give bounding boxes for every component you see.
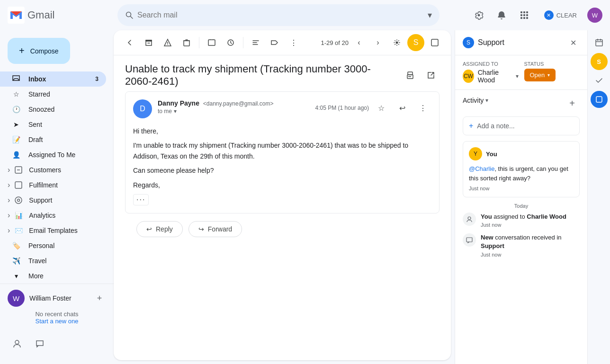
- rail-crm-btn[interactable]: [591, 91, 608, 108]
- sidebar-item-travel[interactable]: ✈️ Travel: [0, 253, 106, 268]
- panel-row: Assigned to CW Charlie Wood ▾ Status Ope…: [463, 61, 580, 84]
- more-email-button[interactable]: ⋮: [414, 99, 431, 116]
- user-row[interactable]: W William Foster +: [8, 290, 106, 307]
- rail-tasks-btn[interactable]: [591, 72, 608, 89]
- status-button[interactable]: Open ▾: [524, 69, 556, 81]
- svg-rect-7: [523, 14, 525, 16]
- travel-label: Travel: [28, 257, 46, 265]
- sidebar-item-analytics[interactable]: › 📊 Analytics: [0, 208, 106, 223]
- archive-button[interactable]: [140, 34, 157, 51]
- user-avatar[interactable]: W: [587, 8, 602, 23]
- reply-button[interactable]: ↩ Reply: [136, 221, 183, 237]
- user-name: William Foster: [29, 294, 72, 302]
- chat-icon-btn[interactable]: [30, 334, 49, 353]
- open-new-window-button[interactable]: [422, 67, 440, 84]
- expand-icon-4: ›: [8, 211, 10, 220]
- svg-rect-4: [523, 11, 525, 13]
- search-input[interactable]: [137, 11, 424, 19]
- email-toolbar: ⋮ 1-29 of 20 ‹ › S: [114, 30, 451, 55]
- svg-rect-6: [520, 14, 522, 16]
- print-button[interactable]: [402, 67, 419, 84]
- report-button[interactable]: [159, 34, 176, 51]
- email-header: D Danny Payne <danny.payne@gmail.com> to…: [126, 92, 439, 126]
- analytics-icon: 📊: [14, 211, 23, 220]
- note-time: Just now: [469, 186, 574, 191]
- gmail-logo: Gmail: [8, 7, 112, 24]
- sent-icon: ➤: [11, 120, 21, 129]
- customers-icon: [14, 165, 23, 175]
- inbox-badge: 3: [95, 76, 99, 82]
- fulfilment-label: Fulfilment: [29, 181, 58, 189]
- compose-button[interactable]: + Compose: [8, 38, 70, 64]
- forward-button[interactable]: ↪ Forward: [188, 221, 242, 237]
- sidebar-item-inbox[interactable]: Inbox 3: [0, 71, 106, 87]
- activity-header[interactable]: Activity ▾: [463, 97, 488, 104]
- user-sidebar-avatar: W: [8, 290, 25, 307]
- svg-rect-10: [523, 17, 525, 19]
- label-button[interactable]: [266, 34, 283, 51]
- sidebar-item-snoozed[interactable]: 🕐 Snoozed: [0, 102, 106, 117]
- svg-point-17: [15, 340, 19, 344]
- apps-button[interactable]: [515, 6, 534, 25]
- status-label: Status: [524, 61, 580, 67]
- panel-settings-button[interactable]: [388, 34, 405, 51]
- start-new-link[interactable]: Start a new one: [8, 318, 106, 325]
- search-dropdown-icon[interactable]: ▾: [428, 10, 432, 20]
- assigned-user[interactable]: CW Charlie Wood ▾: [463, 69, 519, 84]
- side-panel: S Support ✕ Assigned to CW Charlie Wood …: [455, 30, 587, 364]
- sidebar-item-email-templates[interactable]: › ✉️ Email Templates: [0, 223, 106, 238]
- sender-avatar: D: [133, 99, 152, 118]
- panel-assign-section: Assigned to CW Charlie Wood ▾ Status Ope…: [455, 55, 587, 90]
- next-email-button[interactable]: ›: [369, 34, 386, 51]
- snoozed-label: Snoozed: [28, 106, 54, 113]
- move-button[interactable]: [203, 34, 220, 51]
- svg-rect-32: [596, 40, 602, 46]
- support-badge-btn[interactable]: S: [407, 34, 424, 51]
- sidebar: + Compose Inbox 3 ☆ Starred 🕐 Snoozed ➤ …: [0, 30, 114, 364]
- rail-calendar-btn[interactable]: [591, 34, 608, 51]
- sidebar-item-support[interactable]: › Support: [0, 193, 106, 208]
- search-bar[interactable]: ▾: [117, 4, 440, 26]
- rail-support-btn[interactable]: S: [591, 53, 608, 70]
- sidebar-item-customers[interactable]: › Customers: [0, 162, 106, 178]
- email-templates-label: Email Templates: [29, 227, 77, 234]
- activity-item-0-text: You assigned to Charlie Wood: [481, 213, 580, 221]
- to-dropdown-icon[interactable]: ▾: [174, 108, 177, 115]
- clear-icon: ✕: [544, 10, 554, 20]
- body-hi: Hi there,: [133, 126, 431, 136]
- sidebar-item-personal[interactable]: 🏷️ Personal: [0, 238, 106, 253]
- sidebar-item-more[interactable]: ▾ More: [0, 268, 106, 284]
- sidebar-item-fulfilment[interactable]: › Fulfilment: [0, 178, 106, 193]
- prev-email-button[interactable]: ‹: [350, 34, 368, 51]
- more-actions-button[interactable]: ⋮: [285, 34, 302, 51]
- sidebar-item-draft[interactable]: 📝 Draft: [0, 132, 106, 147]
- expand-email-button[interactable]: ···: [133, 194, 149, 205]
- add-note-box[interactable]: + Add a note...: [463, 116, 580, 135]
- assigned-to-label: Assigned to: [463, 61, 519, 67]
- sidebar-item-starred[interactable]: ☆ Starred: [0, 87, 106, 102]
- assigned-avatar: CW: [463, 70, 474, 83]
- clear-button[interactable]: ✕ CLEAR: [538, 8, 583, 23]
- add-activity-button[interactable]: +: [565, 96, 580, 111]
- reply-email-button[interactable]: ↩: [394, 99, 411, 116]
- activity-section: Activity ▾ + + Add a note... Y You @Char…: [455, 90, 587, 364]
- sidebar-item-assigned[interactable]: 👤 Assigned To Me: [0, 147, 106, 162]
- sidebar-item-sent[interactable]: ➤ Sent: [0, 117, 106, 132]
- sender-name-text: Danny Payne: [158, 99, 199, 107]
- reply-label: Reply: [156, 225, 173, 233]
- profile-icon-btn[interactable]: [8, 334, 27, 353]
- personal-icon: 🏷️: [11, 241, 21, 250]
- crm-btn[interactable]: [426, 34, 443, 51]
- delete-button[interactable]: [178, 34, 195, 51]
- settings-button[interactable]: [469, 6, 488, 25]
- email-message: D Danny Payne <danny.payne@gmail.com> to…: [125, 91, 440, 213]
- panel-close-button[interactable]: ✕: [566, 36, 580, 49]
- star-email-button[interactable]: ☆: [373, 99, 390, 116]
- add-chat-button[interactable]: +: [93, 292, 106, 305]
- notifications-button[interactable]: [492, 6, 511, 25]
- back-button[interactable]: [121, 34, 138, 51]
- move-to-button[interactable]: [247, 34, 264, 51]
- star-icon: ☆: [11, 89, 21, 99]
- customers-label: Customers: [29, 166, 61, 174]
- snooze-button[interactable]: [222, 34, 239, 51]
